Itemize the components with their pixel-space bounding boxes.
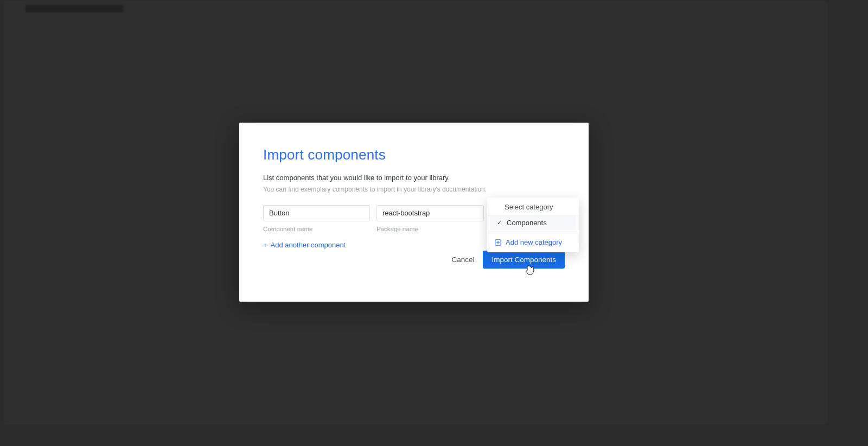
modal-description-primary: List components that you would like to i… <box>263 173 565 183</box>
package-name-input[interactable] <box>376 205 484 221</box>
plus-icon: + <box>263 241 267 249</box>
add-another-component-label: Add another component <box>271 241 346 249</box>
check-icon: ✓ <box>497 219 502 226</box>
package-name-label: Package name <box>376 226 484 232</box>
import-components-button[interactable]: Import Components <box>483 251 565 269</box>
modal-title: Import components <box>263 146 565 163</box>
category-option-components[interactable]: ✓ Components <box>490 216 576 230</box>
category-option-label: Components <box>507 219 547 227</box>
add-another-component-link[interactable]: + Add another component <box>263 241 346 249</box>
field-component-name: Component name <box>263 205 370 232</box>
cancel-button[interactable]: Cancel <box>451 256 474 264</box>
category-dropdown: Select category ✓ Components Add new cat… <box>487 197 579 252</box>
category-dropdown-header: Select category <box>487 197 579 216</box>
add-new-category-link[interactable]: Add new category <box>487 233 579 252</box>
plus-square-icon <box>495 239 501 246</box>
field-package-name: Package name <box>376 205 484 232</box>
titlebar-placeholder <box>25 5 123 12</box>
add-new-category-label: Add new category <box>506 238 562 246</box>
modal-buttons: Cancel Import Components <box>451 251 565 269</box>
component-name-label: Component name <box>263 226 370 232</box>
component-name-input[interactable] <box>263 205 370 221</box>
modal-description-secondary: You can find exemplary components to imp… <box>263 184 565 194</box>
